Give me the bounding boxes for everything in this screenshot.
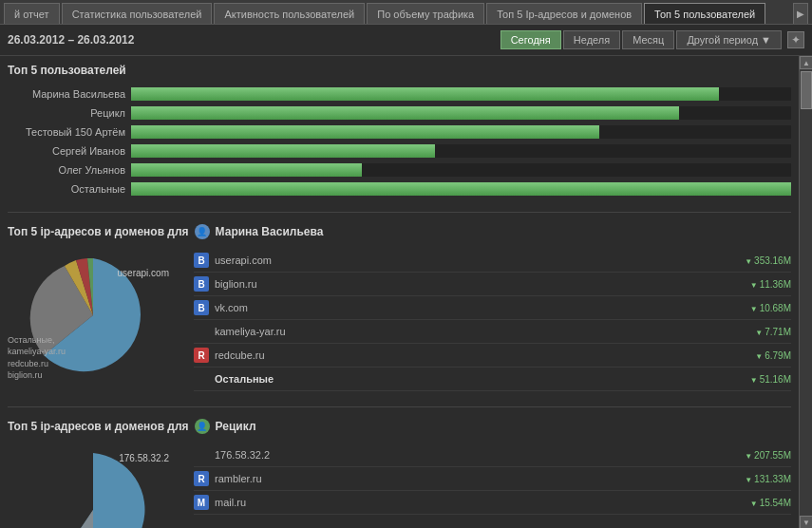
- bar-fill-1: [131, 87, 719, 101]
- table-row: Марина Васильева 440.88M: [8, 86, 791, 102]
- tab-top5-users[interactable]: Топ 5 пользователей: [644, 3, 765, 24]
- user1-icon: 👤: [195, 224, 210, 239]
- period-week-button[interactable]: Неделя: [563, 30, 620, 49]
- bar-track-5: 170.59M: [131, 163, 791, 177]
- bar-track-2: 409.79M: [131, 106, 791, 120]
- table-row: Рецикл 409.79M: [8, 105, 791, 121]
- bar-label-1: Марина Васильева: [8, 88, 131, 100]
- tab-user-activity[interactable]: Активность пользователей: [214, 3, 365, 24]
- tab-report[interactable]: й отчет: [4, 3, 60, 24]
- pie-label-1: userapi.com: [118, 268, 169, 278]
- pie-section-2: 176.58.32.2 176.58.32.2 207.55M R ramble…: [8, 443, 791, 528]
- bar-track-3: 350.40M: [131, 125, 791, 139]
- domain-icon-userapi: B: [194, 253, 209, 268]
- bar-label-6: Остальные: [8, 183, 131, 195]
- divider-1: [8, 212, 791, 213]
- tab-top5-ip[interactable]: Топ 5 Ip-адресов и доменов: [486, 3, 642, 24]
- domain-icon-vk: B: [194, 300, 209, 315]
- content-area: Топ 5 пользователей Марина Васильева 440…: [0, 56, 799, 528]
- scroll-thumb[interactable]: [801, 71, 812, 109]
- domain-value-kameliya: 7.71M: [755, 327, 791, 337]
- list-item: R redcube.ru 6.79M: [194, 344, 791, 368]
- domain-name-rambler: rambler.ru: [215, 473, 745, 484]
- tab-next-button[interactable]: ▶: [793, 3, 808, 24]
- list-item: B userapi.com 353.16M: [194, 249, 791, 273]
- domain-value-userapi: 353.16M: [745, 255, 791, 266]
- domain-others-1-value: 51.16M: [750, 374, 791, 385]
- domain-others-1-label: Остальные: [215, 373, 750, 385]
- domain-icon-biglion: B: [194, 276, 209, 292]
- scroll-down-button[interactable]: ▼: [800, 516, 812, 528]
- bar-chart: Марина Васильева 440.88M Рецикл 409.79M …: [8, 86, 791, 197]
- list-item: B vk.com 10.68M: [194, 296, 791, 320]
- scrollbar: ▲ ▼: [799, 56, 812, 528]
- bar-label-2: Рецикл: [8, 107, 131, 119]
- date-range: 26.03.2012 – 26.03.2012: [8, 33, 134, 47]
- pie-chart-1: userapi.com Остальные, kameliya-yar.ru r…: [8, 249, 179, 382]
- tab-traffic-volume[interactable]: По объему трафика: [367, 3, 484, 24]
- bar-fill-6: [131, 182, 791, 196]
- list-item: Остальные 51.16M: [194, 368, 791, 391]
- domain-value-mail: 15.54M: [750, 498, 791, 508]
- domain-icon-others1: [194, 371, 209, 387]
- domain-list-2: 176.58.32.2 207.55M R rambler.ru 131.33M…: [194, 443, 791, 515]
- domain-name-biglion: biglion.ru: [215, 278, 750, 290]
- domain-name-mail: mail.ru: [215, 497, 750, 508]
- top5-ip-user1-section: Топ 5 ip-адресов и доменов для 👤 Марина …: [8, 224, 791, 391]
- scroll-up-button[interactable]: ▲: [800, 56, 812, 69]
- domain-value-redcube: 6.79M: [755, 350, 791, 361]
- pie-chart-2: 176.58.32.2: [8, 443, 179, 528]
- tab-user-stats[interactable]: Статистика пользователей: [62, 3, 213, 24]
- pie-label-2: 176.58.32.2: [119, 453, 169, 463]
- pie-section-1: userapi.com Остальные, kameliya-yar.ru r…: [8, 249, 791, 391]
- top5-ip-user1-subtitle: Топ 5 ip-адресов и доменов для 👤 Марина …: [8, 224, 791, 239]
- domain-value-ip1: 207.55M: [745, 450, 791, 461]
- bar-fill-4: [131, 144, 435, 158]
- divider-2: [8, 406, 791, 407]
- top5-ip-user2-subtitle: Топ 5 ip-адресов и доменов для 👤 Рецикл: [8, 419, 791, 434]
- domain-value-vk: 10.68M: [750, 303, 791, 313]
- list-item: kameliya-yar.ru 7.71M: [194, 320, 791, 344]
- tabs-bar: й отчет Статистика пользователей Активно…: [0, 0, 812, 25]
- main-content: Топ 5 пользователей Марина Васильева 440…: [0, 56, 812, 528]
- period-month-button[interactable]: Месяц: [622, 30, 674, 49]
- period-today-button[interactable]: Сегодня: [500, 30, 561, 49]
- bar-fill-2: [131, 106, 679, 120]
- domain-name-kameliya: kameliya-yar.ru: [215, 326, 755, 337]
- domain-icon-ip1: [194, 447, 209, 462]
- domain-icon-rambler: R: [194, 471, 209, 486]
- domain-icon-redcube: R: [194, 348, 209, 363]
- domain-icon-mail: M: [194, 495, 209, 510]
- bar-label-4: Сергей Иванов: [8, 145, 131, 157]
- top5-users-title: Топ 5 пользователей: [8, 64, 791, 77]
- list-item: 176.58.32.2 207.55M: [194, 443, 791, 467]
- bar-fill-5: [131, 163, 362, 177]
- table-row: Сергей Иванов 225.67M: [8, 143, 791, 159]
- header-row: 26.03.2012 – 26.03.2012 Сегодня Неделя М…: [0, 25, 812, 56]
- bar-track-1: 440.88M: [131, 87, 791, 101]
- table-row: Тестовый 150 Артём 350.40M: [8, 124, 791, 140]
- bar-label-5: Олег Ульянов: [8, 164, 131, 176]
- period-other-button[interactable]: Другой период ▼: [676, 30, 782, 49]
- settings-icon[interactable]: ✦: [787, 31, 804, 48]
- domain-name-redcube: redcube.ru: [215, 349, 755, 361]
- pie-legends-1: Остальные, kameliya-yar.ru redcube.ru bi…: [8, 334, 66, 382]
- list-item: M mail.ru 15.54M: [194, 491, 791, 515]
- list-item: R rambler.ru 131.33M: [194, 467, 791, 491]
- user2-icon: 👤: [195, 419, 210, 434]
- table-row: Остальные 493.06M: [8, 181, 791, 197]
- domain-value-biglion: 11.36M: [750, 279, 791, 290]
- domain-list-1: B userapi.com 353.16M B biglion.ru 11.36…: [194, 249, 791, 391]
- domain-value-rambler: 131.33M: [745, 474, 791, 484]
- bar-track-4: 225.67M: [131, 144, 791, 158]
- bar-label-3: Тестовый 150 Артём: [8, 126, 131, 138]
- list-item: B biglion.ru 11.36M: [194, 273, 791, 296]
- table-row: Олег Ульянов 170.59M: [8, 162, 791, 178]
- bar-track-6: 493.06M: [131, 182, 791, 196]
- scroll-track: [800, 69, 812, 516]
- bar-fill-3: [131, 125, 599, 139]
- domain-name-userapi: userapi.com: [215, 255, 745, 266]
- domain-icon-kameliya: [194, 324, 209, 339]
- top5-ip-user2-section: Топ 5 ip-адресов и доменов для 👤 Рецикл …: [8, 419, 791, 528]
- domain-name-ip1: 176.58.32.2: [215, 449, 745, 461]
